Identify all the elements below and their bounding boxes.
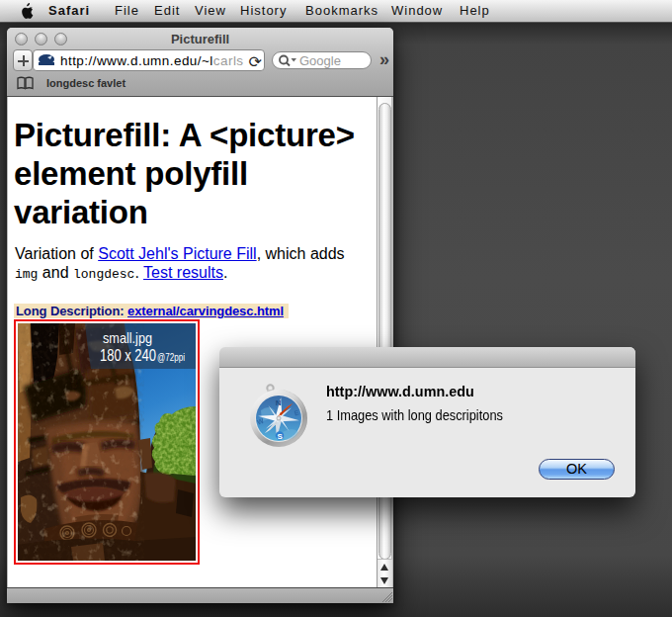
svg-text:@72ppi: @72ppi bbox=[157, 352, 185, 363]
svg-text:S: S bbox=[278, 432, 284, 441]
svg-text:N: N bbox=[276, 398, 282, 407]
svg-text:small.jpg: small.jpg bbox=[103, 329, 152, 346]
svg-text:180 x 240: 180 x 240 bbox=[100, 347, 156, 364]
